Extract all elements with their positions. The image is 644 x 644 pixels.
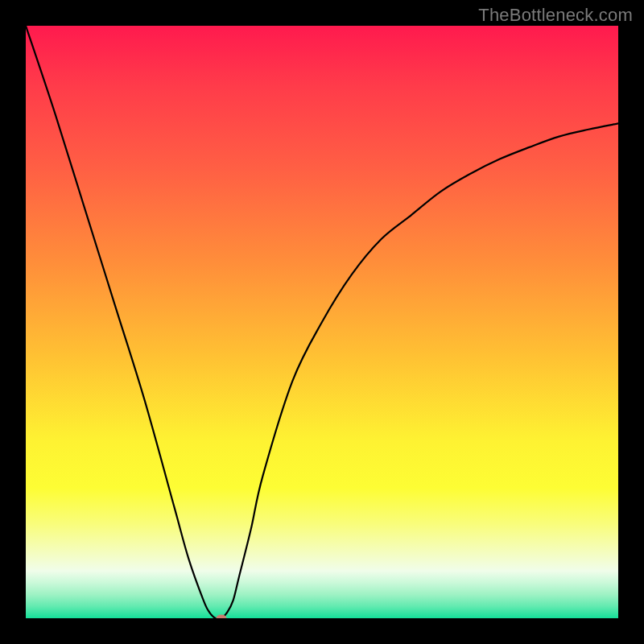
curve-svg [26,26,618,618]
optimal-point-marker [216,615,226,619]
chart-frame: TheBottleneck.com [0,0,644,644]
watermark-text: TheBottleneck.com [478,5,633,26]
bottleneck-curve-line [26,26,618,618]
plot-area [26,26,618,618]
